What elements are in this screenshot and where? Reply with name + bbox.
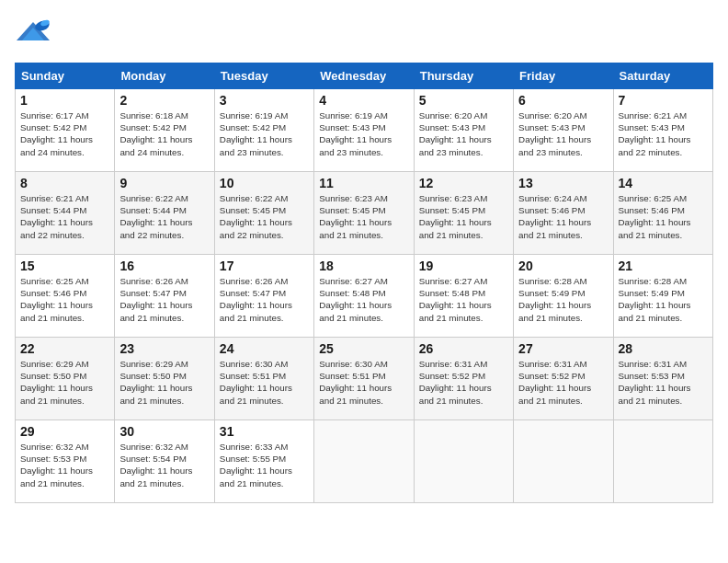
calendar-cell: 28Sunrise: 6:31 AM Sunset: 5:53 PM Dayli… xyxy=(613,338,712,420)
calendar-week-1: 1Sunrise: 6:17 AM Sunset: 5:42 PM Daylig… xyxy=(16,89,713,172)
calendar-cell: 9Sunrise: 6:22 AM Sunset: 5:44 PM Daylig… xyxy=(115,172,214,255)
header xyxy=(15,15,713,55)
day-number: 20 xyxy=(518,259,608,273)
day-number: 7 xyxy=(619,93,708,108)
calendar-cell: 4Sunrise: 6:19 AM Sunset: 5:43 PM Daylig… xyxy=(314,89,414,172)
day-info: Sunrise: 6:27 AM Sunset: 5:48 PM Dayligh… xyxy=(419,275,508,324)
day-number: 11 xyxy=(319,176,408,190)
day-number: 17 xyxy=(220,259,309,273)
calendar-cell: 19Sunrise: 6:27 AM Sunset: 5:48 PM Dayli… xyxy=(414,255,513,338)
day-info: Sunrise: 6:32 AM Sunset: 5:54 PM Dayligh… xyxy=(119,441,209,489)
day-info: Sunrise: 6:20 AM Sunset: 5:43 PM Dayligh… xyxy=(419,109,508,158)
calendar-cell: 29Sunrise: 6:32 AM Sunset: 5:53 PM Dayli… xyxy=(16,420,115,503)
day-info: Sunrise: 6:21 AM Sunset: 5:43 PM Dayligh… xyxy=(619,109,708,158)
day-number: 14 xyxy=(619,176,708,190)
day-number: 2 xyxy=(119,93,209,108)
calendar-cell: 14Sunrise: 6:25 AM Sunset: 5:46 PM Dayli… xyxy=(613,172,712,255)
calendar-cell: 7Sunrise: 6:21 AM Sunset: 5:43 PM Daylig… xyxy=(613,89,712,172)
day-info: Sunrise: 6:19 AM Sunset: 5:42 PM Dayligh… xyxy=(220,109,309,158)
day-info: Sunrise: 6:31 AM Sunset: 5:52 PM Dayligh… xyxy=(419,358,508,407)
calendar-cell: 22Sunrise: 6:29 AM Sunset: 5:50 PM Dayli… xyxy=(16,338,115,420)
day-info: Sunrise: 6:32 AM Sunset: 5:53 PM Dayligh… xyxy=(20,441,109,489)
day-header-friday: Friday xyxy=(514,63,613,89)
calendar-cell: 2Sunrise: 6:18 AM Sunset: 5:42 PM Daylig… xyxy=(115,89,214,172)
calendar-cell: 13Sunrise: 6:24 AM Sunset: 5:46 PM Dayli… xyxy=(514,172,613,255)
day-info: Sunrise: 6:21 AM Sunset: 5:44 PM Dayligh… xyxy=(20,192,109,241)
calendar-cell xyxy=(314,420,414,503)
day-number: 23 xyxy=(119,341,209,356)
day-number: 13 xyxy=(518,176,608,190)
calendar-cell: 12Sunrise: 6:23 AM Sunset: 5:45 PM Dayli… xyxy=(414,172,513,255)
logo-icon xyxy=(15,15,51,55)
day-info: Sunrise: 6:29 AM Sunset: 5:50 PM Dayligh… xyxy=(119,358,209,407)
day-number: 10 xyxy=(220,176,309,190)
day-info: Sunrise: 6:25 AM Sunset: 5:46 PM Dayligh… xyxy=(20,275,109,324)
calendar-cell: 15Sunrise: 6:25 AM Sunset: 5:46 PM Dayli… xyxy=(16,255,115,338)
calendar: SundayMondayTuesdayWednesdayThursdayFrid… xyxy=(15,63,713,503)
day-info: Sunrise: 6:20 AM Sunset: 5:43 PM Dayligh… xyxy=(518,109,608,158)
day-number: 9 xyxy=(119,176,209,190)
day-number: 25 xyxy=(319,341,408,356)
day-info: Sunrise: 6:30 AM Sunset: 5:51 PM Dayligh… xyxy=(319,358,408,407)
day-info: Sunrise: 6:22 AM Sunset: 5:45 PM Dayligh… xyxy=(220,192,309,241)
calendar-week-4: 22Sunrise: 6:29 AM Sunset: 5:50 PM Dayli… xyxy=(16,338,713,420)
calendar-cell: 17Sunrise: 6:26 AM Sunset: 5:47 PM Dayli… xyxy=(214,255,313,338)
day-number: 31 xyxy=(220,424,309,439)
calendar-cell: 18Sunrise: 6:27 AM Sunset: 5:48 PM Dayli… xyxy=(314,255,414,338)
calendar-week-5: 29Sunrise: 6:32 AM Sunset: 5:53 PM Dayli… xyxy=(16,420,713,503)
day-header-tuesday: Tuesday xyxy=(214,63,313,89)
day-info: Sunrise: 6:26 AM Sunset: 5:47 PM Dayligh… xyxy=(220,275,309,324)
calendar-cell: 24Sunrise: 6:30 AM Sunset: 5:51 PM Dayli… xyxy=(214,338,313,420)
day-header-saturday: Saturday xyxy=(613,63,712,89)
day-info: Sunrise: 6:31 AM Sunset: 5:52 PM Dayligh… xyxy=(518,358,608,407)
day-header-sunday: Sunday xyxy=(16,63,115,89)
day-info: Sunrise: 6:17 AM Sunset: 5:42 PM Dayligh… xyxy=(20,109,109,158)
day-info: Sunrise: 6:22 AM Sunset: 5:44 PM Dayligh… xyxy=(119,192,209,241)
calendar-cell xyxy=(613,420,712,503)
calendar-cell: 16Sunrise: 6:26 AM Sunset: 5:47 PM Dayli… xyxy=(115,255,214,338)
day-number: 5 xyxy=(419,93,508,108)
day-number: 16 xyxy=(119,259,209,273)
day-number: 24 xyxy=(220,341,309,356)
day-info: Sunrise: 6:25 AM Sunset: 5:46 PM Dayligh… xyxy=(619,192,708,241)
calendar-header: SundayMondayTuesdayWednesdayThursdayFrid… xyxy=(16,63,713,89)
calendar-cell: 10Sunrise: 6:22 AM Sunset: 5:45 PM Dayli… xyxy=(214,172,313,255)
calendar-cell: 31Sunrise: 6:33 AM Sunset: 5:55 PM Dayli… xyxy=(214,420,313,503)
day-info: Sunrise: 6:29 AM Sunset: 5:50 PM Dayligh… xyxy=(20,358,109,407)
calendar-cell: 20Sunrise: 6:28 AM Sunset: 5:49 PM Dayli… xyxy=(514,255,613,338)
day-number: 8 xyxy=(20,176,109,190)
calendar-week-3: 15Sunrise: 6:25 AM Sunset: 5:46 PM Dayli… xyxy=(16,255,713,338)
day-info: Sunrise: 6:27 AM Sunset: 5:48 PM Dayligh… xyxy=(319,275,408,324)
calendar-cell: 11Sunrise: 6:23 AM Sunset: 5:45 PM Dayli… xyxy=(314,172,414,255)
day-info: Sunrise: 6:24 AM Sunset: 5:46 PM Dayligh… xyxy=(518,192,608,241)
day-number: 15 xyxy=(20,259,109,273)
day-number: 27 xyxy=(518,341,608,356)
day-number: 28 xyxy=(619,341,708,356)
calendar-cell: 6Sunrise: 6:20 AM Sunset: 5:43 PM Daylig… xyxy=(514,89,613,172)
logo xyxy=(15,15,55,55)
day-info: Sunrise: 6:19 AM Sunset: 5:43 PM Dayligh… xyxy=(319,109,408,158)
day-number: 30 xyxy=(119,424,209,439)
day-number: 3 xyxy=(220,93,309,108)
calendar-cell: 25Sunrise: 6:30 AM Sunset: 5:51 PM Dayli… xyxy=(314,338,414,420)
calendar-cell xyxy=(414,420,513,503)
day-info: Sunrise: 6:33 AM Sunset: 5:55 PM Dayligh… xyxy=(220,441,309,489)
day-number: 12 xyxy=(419,176,508,190)
day-info: Sunrise: 6:28 AM Sunset: 5:49 PM Dayligh… xyxy=(619,275,708,324)
calendar-cell: 3Sunrise: 6:19 AM Sunset: 5:42 PM Daylig… xyxy=(214,89,313,172)
calendar-cell: 23Sunrise: 6:29 AM Sunset: 5:50 PM Dayli… xyxy=(115,338,214,420)
calendar-cell: 26Sunrise: 6:31 AM Sunset: 5:52 PM Dayli… xyxy=(414,338,513,420)
day-number: 6 xyxy=(518,93,608,108)
day-info: Sunrise: 6:31 AM Sunset: 5:53 PM Dayligh… xyxy=(619,358,708,407)
calendar-cell: 30Sunrise: 6:32 AM Sunset: 5:54 PM Dayli… xyxy=(115,420,214,503)
day-header-wednesday: Wednesday xyxy=(314,63,414,89)
calendar-week-2: 8Sunrise: 6:21 AM Sunset: 5:44 PM Daylig… xyxy=(16,172,713,255)
day-header-monday: Monday xyxy=(115,63,214,89)
calendar-cell: 8Sunrise: 6:21 AM Sunset: 5:44 PM Daylig… xyxy=(16,172,115,255)
day-info: Sunrise: 6:30 AM Sunset: 5:51 PM Dayligh… xyxy=(220,358,309,407)
calendar-body: 1Sunrise: 6:17 AM Sunset: 5:42 PM Daylig… xyxy=(16,89,713,503)
day-number: 1 xyxy=(20,93,109,108)
day-number: 18 xyxy=(319,259,408,273)
day-header-thursday: Thursday xyxy=(414,63,513,89)
day-info: Sunrise: 6:23 AM Sunset: 5:45 PM Dayligh… xyxy=(419,192,508,241)
